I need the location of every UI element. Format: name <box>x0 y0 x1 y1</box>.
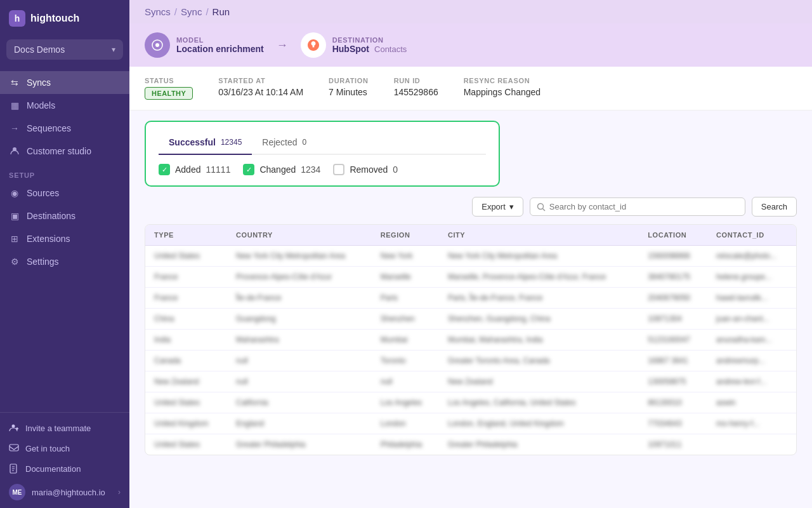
filter-changed[interactable]: ✓ Changed 1234 <box>243 164 320 175</box>
removed-label: Removed <box>350 164 388 175</box>
sidebar-item-settings[interactable]: ⚙ Settings <box>0 250 129 273</box>
started-at-group: STARTED AT 03/16/23 At 10:14 AM <box>218 77 303 97</box>
filter-added[interactable]: ✓ Added 11111 <box>159 164 230 175</box>
search-input[interactable] <box>549 202 738 211</box>
sidebar-item-extensions[interactable]: ⊞ Extensions <box>0 227 129 250</box>
sidebar-item-sources[interactable]: ◉ Sources <box>0 182 129 204</box>
cell-country: California <box>227 392 372 413</box>
cell-country: New York City Metropolitan Area <box>227 246 372 267</box>
logo-area: h hightouch <box>0 0 129 37</box>
breadcrumb-syncs[interactable]: Syncs <box>145 6 171 17</box>
destinations-icon: ▣ <box>9 210 20 222</box>
col-region: REGION <box>372 225 439 246</box>
svg-point-10 <box>155 43 159 47</box>
changed-checkbox[interactable]: ✓ <box>243 164 254 175</box>
user-profile[interactable]: ME maria@hightouch.io › <box>0 479 129 505</box>
setup-section-label: SETUP <box>0 163 129 182</box>
chevron-down-icon: ▾ <box>112 45 115 54</box>
documentation-button[interactable]: Documentation <box>0 458 129 479</box>
sidebar-item-models[interactable]: ▦ Models <box>0 94 129 117</box>
search-button[interactable]: Search <box>752 197 797 217</box>
model-icon <box>145 32 170 58</box>
cell-location: 16867 3641 <box>639 351 707 371</box>
status-group: STATUS HEALTHY <box>145 77 193 100</box>
export-button[interactable]: Export ▾ <box>472 197 523 217</box>
col-type: TYPE <box>145 225 227 246</box>
cell-country: null <box>227 351 372 371</box>
cell-contact_id <box>707 434 796 455</box>
changed-count: 1234 <box>301 164 320 175</box>
table-row: United StatesCaliforniaLos AngelesLos An… <box>145 392 796 413</box>
cell-contact_id: hawd-lavrutik... <box>707 288 796 309</box>
documentation-label: Documentation <box>25 464 81 474</box>
sidebar-item-destinations[interactable]: ▣ Destinations <box>0 204 129 227</box>
sequences-icon: → <box>9 123 20 134</box>
tabs-row: Successful 12345 Rejected 0 <box>159 132 486 155</box>
sidebar-item-sequences[interactable]: → Sequences <box>0 117 129 140</box>
tab-rejected-count: 0 <box>303 138 307 147</box>
cell-location: 77034643 <box>639 413 707 434</box>
models-icon: ▦ <box>9 100 20 111</box>
sidebar-bottom: Invite a teammate Get in touch Documenta… <box>0 412 129 508</box>
cell-type: France <box>145 267 227 288</box>
table-row: United KingdomEnglandLondonLondon, Engla… <box>145 413 796 434</box>
search-box <box>530 197 745 216</box>
cell-location: 1560098866 <box>639 246 707 267</box>
status-bar: STATUS HEALTHY STARTED AT 03/16/23 At 10… <box>129 67 812 110</box>
cell-country: Île-de-France <box>227 288 372 309</box>
breadcrumb-sync[interactable]: Sync <box>181 6 202 17</box>
cell-city: Greater Philadelphia <box>439 434 639 455</box>
cell-contact_id: anuradha-kam... <box>707 330 796 351</box>
run-id-label: RUN ID <box>394 77 438 84</box>
tab-successful[interactable]: Successful 12345 <box>159 132 252 155</box>
cell-contact_id: andrew-levi-f... <box>707 371 796 392</box>
settings-icon: ⚙ <box>9 256 20 267</box>
cell-location: 130058875 <box>639 371 707 392</box>
cell-city: Marseille, Provence-Alpes-Côte d'Azur, F… <box>439 267 639 288</box>
cell-country: Guangdong <box>227 309 372 330</box>
cell-region: Los Angeles <box>372 392 439 413</box>
breadcrumb-run: Run <box>213 6 230 17</box>
table-row: IndiaMaharashtraMumbaiMumbai, Maharashtr… <box>145 330 796 351</box>
filter-removed[interactable]: Removed 0 <box>333 164 398 175</box>
sidebar-item-label: Destinations <box>27 211 75 221</box>
duration-group: DURATION 7 Minutes <box>329 77 369 97</box>
tab-successful-label: Successful <box>169 137 216 147</box>
cell-type: United Kingdom <box>145 413 227 434</box>
invite-label: Invite a teammate <box>25 424 91 433</box>
sidebar-item-syncs[interactable]: ⇆ Syncs <box>0 71 129 94</box>
tab-successful-count: 12345 <box>221 138 242 147</box>
svg-line-12 <box>542 208 545 211</box>
resync-reason-group: RESYNC REASON Mappings Changed <box>464 77 540 97</box>
model-label: MODEL <box>176 36 264 44</box>
sidebar-item-customer-studio[interactable]: Customer studio <box>0 140 129 163</box>
extensions-icon: ⊞ <box>9 233 20 244</box>
cell-region: Paris <box>372 288 439 309</box>
search-icon <box>537 203 546 211</box>
invite-teammate-button[interactable]: Invite a teammate <box>0 418 129 438</box>
status-label: STATUS <box>145 77 193 84</box>
cell-city: New Zealand <box>439 371 639 392</box>
sidebar-item-label: Models <box>27 100 55 110</box>
workspace-selector[interactable]: Docs Demos ▾ <box>6 39 123 60</box>
panel-area: Successful 12345 Rejected 0 ✓ Added 1111… <box>129 110 812 508</box>
customer-studio-icon <box>9 145 20 157</box>
user-chevron-icon: › <box>118 488 121 497</box>
destination-icon <box>301 32 326 58</box>
added-count: 11111 <box>206 164 230 175</box>
cell-region: Shenzhen <box>372 309 439 330</box>
cell-contact_id: juan-an-chant... <box>707 309 796 330</box>
sidebar-item-label: Syncs <box>27 77 51 88</box>
get-in-touch-label: Get in touch <box>25 444 70 453</box>
sidebar-item-label: Customer studio <box>27 146 91 156</box>
tab-rejected[interactable]: Rejected 0 <box>252 132 317 155</box>
cell-contact_id: mo-henry-f... <box>707 413 796 434</box>
run-id-value: 145529866 <box>394 87 438 97</box>
get-in-touch-button[interactable]: Get in touch <box>0 438 129 458</box>
cell-type: United States <box>145 392 227 413</box>
table-row: ChinaGuangdongShenzhenShenzhen, Guangdon… <box>145 309 796 330</box>
added-checkbox[interactable]: ✓ <box>159 164 170 175</box>
removed-checkbox[interactable] <box>333 164 344 175</box>
arrow-icon: → <box>277 39 288 52</box>
cell-region: London <box>372 413 439 434</box>
